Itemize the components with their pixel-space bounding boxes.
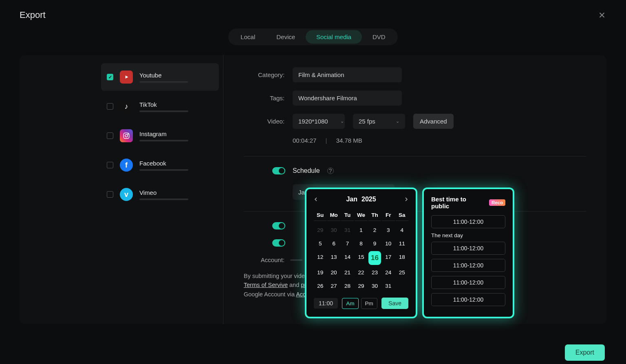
category-select[interactable]: Film & Animation [293,67,402,82]
calendar-save-button[interactable]: Save [381,298,408,309]
schedule-popover: Jan 2025 SuMoTuWeThFrSa29303112345678910… [305,188,514,318]
platform-name: Youtube [139,72,213,79]
terms-link[interactable]: Terms of Servive [244,282,288,288]
resolution-select[interactable]: 1920*1080 ⌄ [293,114,345,129]
calendar-day[interactable]: 17 [382,251,395,265]
calendar-day[interactable]: 11 [396,238,408,249]
calendar-day[interactable]: 5 [314,238,326,249]
platform-name: TikTok [139,101,213,108]
calendar-day[interactable]: 3 [382,224,395,236]
chevron-right-icon [404,197,408,201]
tab-device[interactable]: Device [266,30,306,44]
calendar-grid: SuMoTuWeThFrSa29303112345678910111213141… [314,210,408,292]
fps-select[interactable]: 25 fps ⌄ [353,114,405,129]
best-time-panel: Best time to public Reco 11:00-12:00 The… [422,188,514,318]
calendar-day[interactable]: 14 [341,251,354,265]
tab-social-media[interactable]: Social media [306,30,362,44]
calendar-day[interactable]: 13 [327,251,340,265]
calendar-day[interactable]: 2 [368,224,381,236]
calendar-dow: Tu [341,210,354,221]
calendar-day[interactable]: 8 [355,238,367,249]
checkbox-youtube[interactable] [107,74,113,80]
next-month-button[interactable] [404,196,408,203]
platform-youtube[interactable]: Youtube [101,63,219,91]
calendar-day-prev[interactable]: 29 [314,224,326,236]
calendar-day[interactable]: 4 [396,224,408,236]
checkbox-vimeo[interactable] [107,191,113,198]
time-slot[interactable]: 11:00-12:00 [431,215,505,228]
help-icon[interactable]: ? [327,168,334,174]
calendar-day[interactable]: 23 [368,267,381,278]
calendar-panel: Jan 2025 SuMoTuWeThFrSa29303112345678910… [305,188,417,318]
time-slot[interactable]: 11:00-12:00 [431,242,505,255]
calendar-day[interactable]: 24 [382,267,395,278]
chevron-left-icon [314,197,318,201]
pm-group[interactable]: Pm [361,298,377,309]
platform-facebook[interactable]: f Facebook [101,151,219,179]
row-schedule: Schedule ? [272,167,586,174]
calendar-day[interactable]: 6 [327,238,340,249]
divider [244,156,586,157]
checkbox-instagram[interactable] [107,132,113,139]
schedule-toggle[interactable] [272,167,285,174]
calendar-time[interactable]: 11:00 [314,298,338,309]
vimeo-icon: v [120,188,133,201]
calendar-day[interactable]: 28 [341,280,354,292]
pm-option: Pm [361,298,377,309]
time-slot[interactable]: 11:00-12:00 [431,293,505,306]
platform-vimeo[interactable]: v Vimeo [101,181,219,208]
calendar-day[interactable]: 27 [327,280,340,292]
checkbox-tiktok[interactable] [107,103,113,110]
calendar-day[interactable]: 9 [368,238,381,249]
calendar-day[interactable]: 19 [314,267,326,278]
toggle-1[interactable] [272,222,285,229]
calendar-dow: Su [314,210,326,221]
calendar-day[interactable]: 26 [314,280,326,292]
legal-line1: By submitting your videos [244,273,311,279]
calendar-day[interactable]: 1 [355,224,367,236]
checkbox-facebook[interactable] [107,162,113,168]
calendar-day[interactable]: 29 [355,280,367,292]
calendar-day[interactable]: 25 [396,267,408,278]
calendar-day[interactable]: 20 [327,267,340,278]
prev-month-button[interactable] [314,196,318,203]
export-button[interactable]: Export [565,344,605,361]
next-day-label: The next day [431,232,505,238]
calendar-day[interactable]: 16 [368,251,381,265]
tab-dvd[interactable]: DVD [362,30,396,44]
calendar-month: Jan [346,196,357,203]
am-option: Am [342,298,358,309]
tab-local[interactable]: Local [230,30,266,44]
am-group[interactable]: Am [342,298,358,309]
time-slot[interactable]: 11:00-12:00 [431,259,505,272]
calendar-day[interactable]: 15 [355,251,367,265]
row-category: Category: Film & Animation [244,67,586,82]
label-account: Account: [244,256,284,263]
calendar-day-prev[interactable]: 31 [341,224,354,236]
time-slot[interactable]: 11:00-12:00 [431,276,505,289]
calendar-day[interactable]: 10 [382,238,395,249]
advanced-button[interactable]: Advanced [413,114,454,129]
calendar-dow: Fr [382,210,395,221]
export-tabs: Local Device Social media DVD [20,29,606,45]
calendar-day[interactable]: 30 [368,280,381,292]
calendar-day[interactable]: 21 [341,267,354,278]
svg-point-2 [128,134,128,135]
schedule-label: Schedule [293,167,320,174]
platform-info: Facebook [139,160,213,171]
label-category: Category: [244,71,284,78]
toggle-2[interactable] [272,239,285,247]
calendar-day[interactable]: 31 [382,280,395,292]
tags-input[interactable]: Wondershare Filmora [293,90,402,106]
platform-name: Instagram [139,130,213,137]
calendar-day[interactable]: 12 [314,251,326,265]
calendar-day[interactable]: 7 [341,238,354,249]
calendar-day-prev[interactable]: 30 [327,224,340,236]
calendar-day[interactable]: 22 [355,267,367,278]
resolution-value: 1920*1080 [298,118,328,125]
platform-tiktok[interactable]: ♪ TikTok [101,93,219,120]
platform-instagram[interactable]: Instagram [101,122,219,150]
calendar-day[interactable]: 18 [396,251,408,265]
video-meta: 00:04:27 | 34.78 MB [293,137,586,144]
close-button[interactable] [597,11,606,20]
